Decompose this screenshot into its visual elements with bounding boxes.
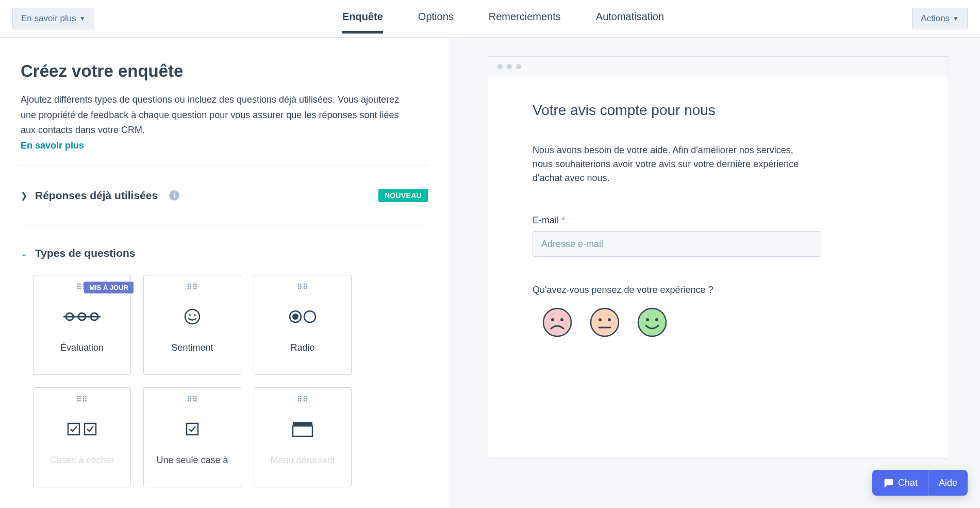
qtype-card-checkboxes[interactable]: ⠿⠿ Cases à cocher — [33, 387, 131, 487]
svg-point-5 — [189, 315, 191, 317]
svg-point-16 — [551, 318, 554, 321]
survey-preview-panel: Votre avis compte pour nous Nous avons b… — [449, 38, 980, 508]
question-types-label: Types de questions — [35, 247, 136, 259]
qtype-card-single-checkbox[interactable]: ⠿⠿ Une seule case à — [143, 387, 241, 487]
svg-point-9 — [304, 311, 315, 322]
actions-label: Actions — [921, 13, 950, 24]
svg-point-8 — [292, 314, 298, 320]
qtype-label: Cases à cocher — [44, 455, 119, 466]
single-checkbox-icon — [185, 416, 200, 443]
main-tabs: Enquête Options Remerciements Automatisa… — [342, 4, 664, 34]
svg-point-23 — [646, 318, 649, 321]
question-types-header[interactable]: ⌄ Types de questions — [21, 247, 428, 259]
checkboxes-icon — [67, 416, 97, 443]
tab-enquete[interactable]: Enquête — [342, 4, 383, 34]
survey-title: Votre avis compte pour nous — [533, 102, 904, 119]
chevron-down-icon: ⌄ — [21, 249, 28, 258]
svg-point-18 — [591, 308, 619, 336]
drag-handle-icon[interactable]: ⠿⠿ — [187, 285, 198, 289]
svg-point-24 — [655, 318, 658, 321]
reused-answers-label: Réponses déjà utilisées — [35, 189, 158, 202]
drag-handle-icon[interactable]: ⠿⠿ — [297, 397, 308, 401]
qtype-label: Menu déroulant — [265, 455, 340, 466]
chat-help-widget: Chat Aide — [872, 470, 968, 496]
learn-more-link[interactable]: En savoir plus — [21, 140, 84, 151]
actions-dropdown[interactable]: Actions ▼ — [912, 8, 968, 29]
svg-point-22 — [638, 308, 666, 336]
qtype-label: Sentiment — [166, 342, 218, 353]
window-dot-icon — [497, 64, 503, 69]
svg-rect-14 — [293, 426, 312, 436]
browser-frame: Votre avis compte pour nous Nous avons b… — [488, 56, 949, 458]
page-title: Créez votre enquête — [21, 61, 428, 81]
dropdown-icon — [292, 416, 313, 443]
svg-point-20 — [608, 318, 611, 321]
learn-more-label: En savoir plus — [21, 13, 76, 24]
caret-down-icon: ▼ — [953, 15, 959, 22]
caret-down-icon: ▼ — [79, 15, 86, 22]
window-dot-icon — [516, 64, 521, 69]
info-icon[interactable]: i — [169, 190, 179, 201]
learn-more-dropdown[interactable]: En savoir plus ▼ — [12, 8, 94, 29]
question-label: Qu'avez-vous pensez de votre expérience … — [533, 285, 904, 296]
drag-handle-icon[interactable]: ⠿⠿ — [187, 397, 198, 401]
tab-automatisation[interactable]: Automatisation — [596, 4, 664, 34]
header-bar: En savoir plus ▼ Enquête Options Remerci… — [0, 0, 980, 38]
qtype-label: Radio — [285, 342, 320, 353]
email-field[interactable] — [533, 231, 821, 257]
reused-answers-section[interactable]: ❯ Réponses déjà utilisées i NOUVEAU — [21, 166, 428, 202]
survey-builder-panel: Créez votre enquête Ajoutez différents t… — [0, 38, 449, 508]
svg-point-6 — [194, 315, 196, 317]
qtype-label: Évaluation — [55, 342, 109, 353]
chat-button[interactable]: Chat — [872, 470, 928, 496]
face-happy-icon[interactable] — [637, 307, 668, 338]
face-neutral-icon[interactable] — [589, 307, 620, 338]
radio-icon — [288, 303, 317, 330]
preview-scroll-area[interactable]: Votre avis compte pour nous Nous avons b… — [488, 76, 949, 458]
tab-remerciements[interactable]: Remerciements — [489, 4, 561, 34]
svg-point-15 — [543, 308, 571, 336]
qtype-card-evaluation[interactable]: MIS À JOUR ⠿⠿ Évaluation — [33, 275, 131, 375]
help-label: Aide — [939, 478, 957, 488]
chat-bubble-icon — [883, 477, 894, 488]
page-description: Ajoutez différents types de questions ou… — [21, 92, 407, 138]
help-button[interactable]: Aide — [928, 470, 968, 496]
face-sad-icon[interactable] — [542, 307, 573, 338]
qtype-label: Une seule case à — [151, 455, 233, 466]
drag-handle-icon[interactable]: ⠿⠿ — [297, 285, 308, 289]
rating-scale-icon — [62, 303, 102, 330]
window-dot-icon — [507, 64, 512, 69]
qtype-card-dropdown[interactable]: ⠿⠿ Menu déroulant — [254, 387, 352, 487]
chevron-right-icon: ❯ — [21, 191, 28, 201]
new-badge: NOUVEAU — [378, 189, 428, 202]
tab-options[interactable]: Options — [418, 4, 454, 34]
svg-point-4 — [185, 309, 200, 324]
drag-handle-icon[interactable]: ⠿⠿ — [76, 397, 88, 401]
svg-point-19 — [599, 318, 602, 321]
qtype-card-radio[interactable]: ⠿⠿ Radio — [254, 275, 352, 375]
qtype-card-sentiment[interactable]: ⠿⠿ Sentiment — [143, 275, 241, 375]
smiley-icon — [184, 303, 201, 330]
survey-intro: Nous avons besoin de votre aide. Afin d'… — [533, 143, 801, 185]
updated-badge: MIS À JOUR — [84, 282, 134, 293]
browser-chrome — [488, 57, 949, 76]
email-label: E-mail * — [533, 215, 904, 226]
chat-label: Chat — [898, 478, 918, 488]
required-star: * — [561, 215, 565, 225]
svg-point-17 — [560, 318, 563, 321]
